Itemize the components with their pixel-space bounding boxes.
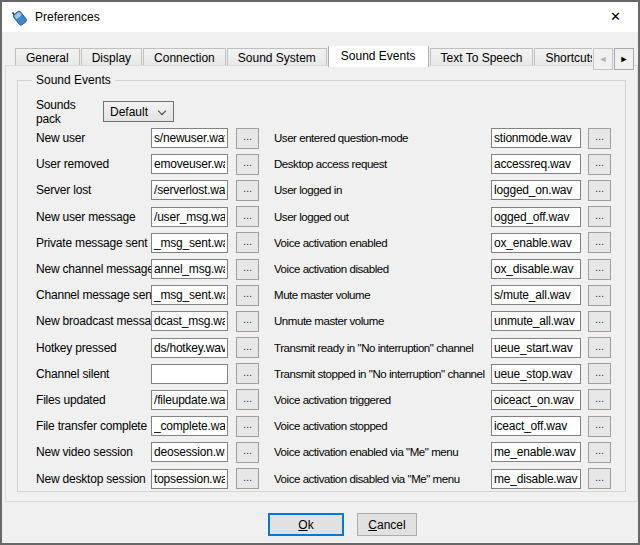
sound-file-input[interactable] — [491, 207, 581, 227]
browse-button[interactable]: ... — [588, 468, 611, 489]
event-label: Private message sent — [36, 236, 151, 250]
row-new-user: New user ... User entered question-mode … — [36, 125, 611, 151]
sound-file-input[interactable] — [151, 338, 228, 358]
browse-button[interactable]: ... — [236, 180, 259, 201]
sound-file-input[interactable] — [151, 390, 228, 410]
browse-button[interactable]: ... — [588, 232, 611, 253]
sound-file-input[interactable] — [491, 416, 581, 436]
sounds-pack-select[interactable]: Default — [103, 101, 174, 122]
browse-button[interactable]: ... — [236, 337, 259, 358]
browse-button[interactable]: ... — [236, 416, 259, 437]
sound-file-input[interactable] — [491, 390, 581, 410]
browse-button[interactable]: ... — [588, 128, 611, 149]
sound-file-input[interactable] — [491, 311, 581, 331]
browse-button[interactable]: ... — [588, 389, 611, 410]
ok-button-accel: O — [298, 518, 307, 532]
sound-file-input[interactable] — [151, 207, 228, 227]
sound-file-input[interactable] — [491, 180, 581, 200]
event-label: User logged out — [274, 211, 491, 223]
sound-file-input[interactable] — [151, 180, 228, 200]
browse-button[interactable]: ... — [588, 311, 611, 332]
sound-file-input[interactable] — [151, 311, 228, 331]
event-label: New broadcast message — [36, 314, 151, 328]
event-label: Files updated — [36, 393, 151, 407]
event-label: New video session — [36, 445, 151, 459]
sound-event-rows: New user ... User entered question-mode … — [36, 125, 611, 492]
sound-file-input[interactable] — [151, 233, 228, 253]
row-channel-message-sent: Channel message sent ... Mute master vol… — [36, 282, 611, 308]
event-label: Desktop access request — [274, 158, 491, 170]
sounds-pack-row: Sounds pack Default — [36, 101, 174, 122]
browse-button[interactable]: ... — [236, 311, 259, 332]
browse-button[interactable]: ... — [236, 259, 259, 280]
event-label: Voice activation enabled — [274, 237, 491, 249]
group-title: Sound Events — [32, 73, 115, 87]
tab-sound-events[interactable]: Sound Events — [328, 46, 429, 67]
browse-button[interactable]: ... — [236, 285, 259, 306]
sound-file-input[interactable] — [151, 128, 228, 148]
preferences-dialog: Preferences ✕ General Display Connection… — [0, 0, 640, 545]
row-new-user-message: New user message ... User logged out ... — [36, 204, 611, 230]
browse-button[interactable]: ... — [588, 180, 611, 201]
event-label: Voice activation enabled via "Me" menu — [274, 446, 491, 458]
sound-file-input[interactable] — [491, 469, 581, 489]
sound-file-input[interactable] — [491, 233, 581, 253]
sound-file-input[interactable] — [491, 364, 581, 384]
event-label: Transmit ready in "No interruption" chan… — [274, 342, 491, 354]
sound-events-group: Sound Events Sounds pack Default New use… — [17, 80, 626, 492]
event-label: Voice activation disabled — [274, 263, 491, 275]
event-label: Channel message sent — [36, 288, 151, 302]
sound-file-input[interactable] — [491, 154, 581, 174]
sound-events-page: Sound Events Sounds pack Default New use… — [5, 65, 638, 502]
tab-scrollers: ◄ ► — [593, 48, 634, 70]
event-label: Voice activation stopped — [274, 420, 491, 432]
sound-file-input[interactable] — [491, 128, 581, 148]
browse-button[interactable]: ... — [236, 154, 259, 175]
event-label: User removed — [36, 157, 151, 171]
event-label: File transfer complete — [36, 419, 151, 433]
browse-button[interactable]: ... — [588, 206, 611, 227]
browse-button[interactable]: ... — [588, 363, 611, 384]
browse-button[interactable]: ... — [236, 363, 259, 384]
row-files-updated: Files updated ... Voice activation trigg… — [36, 387, 611, 413]
tab-scroll-right-icon[interactable]: ► — [614, 48, 634, 70]
sound-file-input[interactable] — [151, 416, 228, 436]
row-file-transfer-complete: File transfer complete ... Voice activat… — [36, 413, 611, 439]
browse-button[interactable]: ... — [236, 468, 259, 489]
browse-button[interactable]: ... — [236, 389, 259, 410]
event-label: Channel silent — [36, 367, 151, 381]
sound-file-input[interactable] — [151, 154, 228, 174]
ok-button[interactable]: Ok — [268, 513, 344, 536]
cancel-button-rest: ancel — [377, 518, 406, 532]
sounds-pack-label: Sounds pack — [36, 98, 103, 126]
browse-button[interactable]: ... — [236, 232, 259, 253]
chevron-down-icon — [158, 107, 166, 115]
sound-file-input[interactable] — [491, 442, 581, 462]
window-title: Preferences — [35, 10, 100, 24]
browse-button[interactable]: ... — [588, 442, 611, 463]
event-label: Voice activation triggered — [274, 394, 491, 406]
sound-file-input[interactable] — [151, 259, 228, 279]
browse-button[interactable]: ... — [588, 259, 611, 280]
browse-button[interactable]: ... — [236, 442, 259, 463]
sound-file-input[interactable] — [491, 338, 581, 358]
tab-scroll-left-icon[interactable]: ◄ — [593, 48, 613, 70]
browse-button[interactable]: ... — [588, 416, 611, 437]
event-label: Server lost — [36, 183, 151, 197]
sound-file-input[interactable] — [151, 442, 228, 462]
sound-file-input[interactable] — [491, 285, 581, 305]
sound-file-input[interactable] — [151, 364, 228, 384]
sound-file-input[interactable] — [491, 259, 581, 279]
cancel-button[interactable]: Cancel — [357, 513, 417, 536]
title-bar: Preferences ✕ — [2, 2, 638, 32]
browse-button[interactable]: ... — [588, 285, 611, 306]
sound-file-input[interactable] — [151, 469, 228, 489]
browse-button[interactable]: ... — [588, 337, 611, 358]
browse-button[interactable]: ... — [236, 206, 259, 227]
sound-file-input[interactable] — [151, 285, 228, 305]
browse-button[interactable]: ... — [588, 154, 611, 175]
row-server-lost: Server lost ... User logged in ... — [36, 177, 611, 203]
event-label: Mute master volume — [274, 289, 491, 301]
browse-button[interactable]: ... — [236, 128, 259, 149]
close-button[interactable]: ✕ — [593, 2, 638, 31]
